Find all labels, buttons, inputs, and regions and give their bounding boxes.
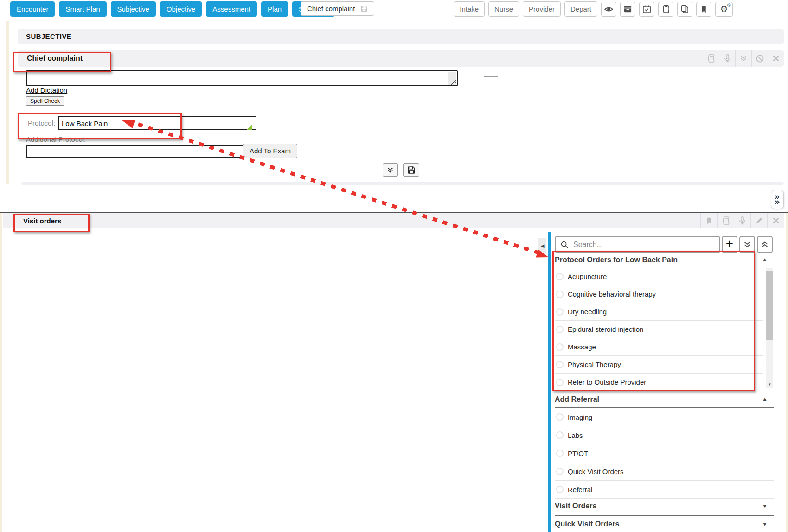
splitter-handle[interactable] [771, 190, 784, 209]
nav-tab[interactable]: Subjective [111, 1, 156, 17]
order-label: Refer to Outside Provider [568, 378, 646, 386]
order-label: PT/OT [568, 450, 588, 457]
protocol-orders-header: Protocol Orders for Low Back Pain [555, 252, 763, 268]
order-list-item[interactable]: Refer to Outside Provider [555, 374, 763, 391]
collapse-section-button[interactable] [383, 163, 398, 177]
protocol-input[interactable] [58, 116, 256, 130]
visit-orders-title: Visit orders [23, 217, 61, 225]
collapse-all-button[interactable] [757, 236, 773, 253]
order-radio[interactable] [556, 379, 564, 386]
calendar-check-icon[interactable] [639, 2, 654, 17]
quick-visit-orders-expand-caret[interactable]: ▼ [762, 521, 768, 527]
bookmark-icon[interactable] [700, 213, 717, 228]
protocol-orders-list: Acupuncture Cognitive behavioral therapy… [555, 268, 763, 391]
close-icon[interactable] [768, 50, 784, 67]
order-radio[interactable] [556, 468, 564, 475]
visit-orders-group-header: Visit Orders [555, 497, 774, 515]
chevron-double-down-icon[interactable] [735, 50, 751, 67]
order-radio[interactable] [556, 450, 564, 457]
visit-orders-header-icons [700, 213, 784, 228]
resize-grip-icon[interactable] [451, 80, 456, 85]
top-toolbar: EncounterSmart PlanSubjectiveObjectiveAs… [0, 0, 788, 21]
add-order-button[interactable]: + [722, 236, 737, 253]
referral-list-item[interactable]: PT/OT [555, 444, 774, 462]
stage-button[interactable]: Nurse [488, 1, 519, 17]
left-edge-strip [6, 21, 9, 184]
scrollbar-thumb[interactable] [766, 271, 773, 340]
book-icon[interactable] [717, 213, 734, 228]
nav-tab[interactable]: Smart Plan [59, 1, 106, 17]
archive-box-icon[interactable] [620, 2, 635, 17]
edit-pencil-icon[interactable] [750, 213, 767, 228]
microphone-icon[interactable] [719, 50, 735, 67]
eye-icon[interactable] [601, 2, 616, 17]
search-input[interactable] [572, 240, 719, 249]
subjective-section-title: SUBJECTIVE [26, 32, 71, 40]
order-radio[interactable] [556, 431, 564, 439]
order-list-item[interactable]: Physical Therapy [555, 356, 763, 374]
close-icon[interactable] [767, 213, 784, 228]
order-label: Quick Visit Orders [568, 468, 624, 475]
copy-icon[interactable] [677, 2, 692, 17]
order-radio[interactable] [556, 343, 564, 351]
add-dictation-link[interactable]: Add Dictation [26, 86, 67, 94]
visit-orders-expand-caret[interactable]: ▼ [762, 503, 768, 509]
nav-tab[interactable]: Assessment [206, 1, 257, 17]
gear-glyph: ⚙⚙ [720, 5, 728, 13]
referral-list-item[interactable]: Labs [555, 426, 774, 444]
order-search-box [555, 236, 720, 253]
order-radio[interactable] [556, 326, 564, 333]
add-referral-collapse-caret[interactable]: ▲ [762, 396, 768, 402]
order-radio[interactable] [556, 413, 564, 421]
order-radio[interactable] [556, 486, 564, 493]
nav-tab[interactable]: Objective [160, 1, 202, 17]
scrollbar-down-arrow[interactable]: ▼ [766, 381, 773, 388]
save-button[interactable] [403, 163, 419, 177]
book-icon[interactable] [703, 50, 719, 67]
visit-orders-band: Visit orders [3, 213, 784, 228]
order-list-item[interactable]: Dry needling [555, 303, 763, 321]
order-radio[interactable] [556, 291, 564, 298]
chief-complaint-textarea[interactable] [26, 70, 458, 86]
spell-check-button[interactable]: Spell Check [26, 96, 64, 106]
bookmark-icon[interactable] [696, 2, 711, 17]
order-list-item[interactable]: Acupuncture [555, 268, 763, 285]
nav-tab[interactable]: Encounter [10, 1, 55, 17]
order-list-item[interactable]: Cognitive behavioral therapy [555, 285, 763, 303]
protocol-label: Protocol: [28, 119, 55, 127]
protocol-orders-title: Protocol Orders for Low Back Pain [555, 256, 678, 264]
order-radio[interactable] [556, 308, 564, 316]
expand-all-button[interactable] [739, 236, 755, 253]
visit-orders-group-title: Visit Orders [555, 502, 596, 510]
stage-button[interactable]: Provider [523, 1, 561, 17]
add-referral-title: Add Referral [555, 395, 599, 404]
order-radio[interactable] [556, 361, 564, 368]
order-label: Dry needling [568, 308, 607, 316]
referral-list-item[interactable]: Referral [555, 481, 774, 499]
nav-tab[interactable]: Plan [261, 1, 288, 17]
add-to-exam-button[interactable]: Add To Exam [243, 144, 297, 158]
panel-accent-bar [548, 232, 551, 532]
order-label: Physical Therapy [568, 361, 621, 368]
book-icon[interactable] [658, 2, 673, 17]
protocol-orders-collapse-caret[interactable]: ▲ [762, 256, 768, 263]
settings-gears-icon[interactable]: ⚙⚙ [715, 2, 733, 17]
referral-list-item[interactable]: Imaging [555, 408, 774, 426]
disable-icon[interactable] [751, 50, 768, 67]
microphone-icon[interactable] [734, 213, 750, 228]
right-edge-strip [786, 213, 788, 532]
panel-scrollbar[interactable]: ▼ [766, 268, 773, 388]
order-label: Labs [568, 431, 583, 439]
referral-list-item[interactable]: Quick Visit Orders [555, 462, 774, 481]
order-list-item[interactable]: Massage [555, 338, 763, 356]
subjective-section-band: SUBJECTIVE [18, 29, 784, 44]
panel-collapse-button[interactable]: ◀ [538, 238, 546, 253]
stage-button[interactable]: Depart [564, 1, 597, 17]
left-edge-strip [0, 213, 2, 532]
additional-protocol-input[interactable] [26, 145, 244, 158]
stage-button[interactable]: Intake [454, 1, 485, 17]
order-list-item[interactable]: Epidural steroid injection [555, 321, 763, 338]
splitter-band [0, 189, 788, 212]
order-radio[interactable] [556, 273, 564, 280]
current-section-tab[interactable]: Chief complaint [301, 1, 374, 16]
